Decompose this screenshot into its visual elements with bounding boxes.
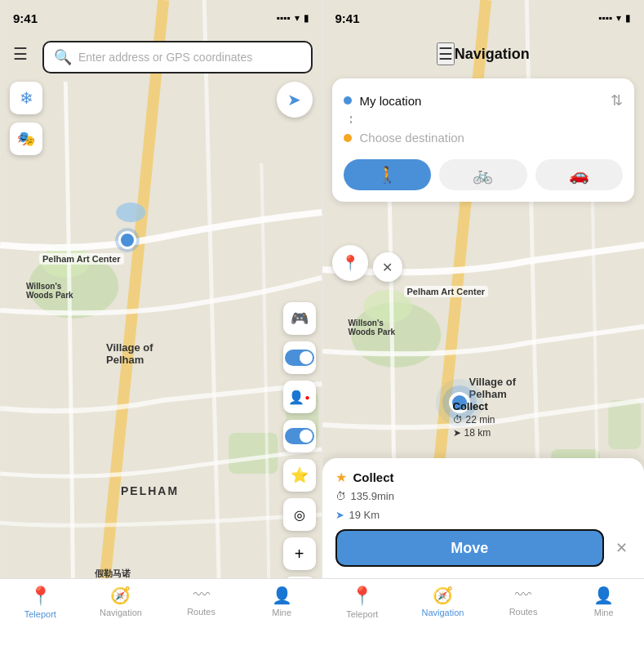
star-button[interactable]: ⭐: [283, 459, 316, 492]
location-icon: 🎭: [17, 130, 35, 148]
svg-rect-3: [229, 433, 278, 474]
collect-time: 22 min: [466, 414, 495, 425]
map-label-pelham: PELHAM: [121, 484, 179, 497]
connector: [347, 116, 624, 126]
hamburger-button-right[interactable]: ☰: [437, 42, 455, 65]
right-controls: 🎮 👤● ⭐ ◎ + −: [283, 302, 316, 609]
battery-icon-right: ▮: [625, 12, 631, 24]
routes-icon-left: 〰: [193, 586, 210, 604]
navigation-icon-right: 🧭: [433, 586, 453, 605]
tab-navigation-left[interactable]: 🧭 Navigation: [81, 586, 162, 617]
compass-button-left[interactable]: ➤: [277, 82, 313, 118]
walk-mode-button[interactable]: 🚶: [344, 159, 432, 190]
map-label-village-right: Village ofPelham: [469, 376, 517, 400]
tab-routes-label-left: Routes: [187, 607, 215, 617]
navigation-icon-left: 🧭: [110, 586, 131, 605]
map-label-willsons: Willson'sWoods Park: [26, 282, 73, 300]
tab-mine-right[interactable]: 👤 Mine: [563, 586, 644, 617]
time-left: 9:41: [13, 11, 38, 25]
card-time: 135.9min: [351, 490, 394, 502]
clock-icon: ⏱: [453, 414, 463, 425]
toggle-2[interactable]: [283, 420, 316, 452]
tab-teleport-label-right: Teleport: [346, 609, 378, 619]
card-time-icon: ⏱: [335, 490, 346, 502]
collect-info: Collect ⏱ 22 min ➤ 18 km: [453, 400, 495, 439]
tab-teleport-left[interactable]: 📍 Teleport: [0, 586, 81, 619]
tab-routes-left[interactable]: 〰 Routes: [161, 586, 242, 617]
zoom-in-button[interactable]: +: [283, 537, 316, 570]
tab-mine-left[interactable]: 👤 Mine: [242, 586, 322, 617]
collect-label: Collect: [453, 400, 495, 412]
signal-icon: ▪▪▪▪: [276, 12, 290, 24]
move-button[interactable]: Move: [335, 529, 605, 567]
bike-mode-button[interactable]: 🚲: [439, 159, 527, 190]
search-bar[interactable]: 🔍 Enter address or GPS coordinates: [42, 41, 313, 74]
pin-icon: 📍: [341, 254, 359, 272]
collect-distance-row: ➤ 18 km: [453, 427, 495, 439]
origin-input[interactable]: My location: [360, 94, 422, 108]
collect-distance: 18 km: [464, 427, 491, 439]
destination-input[interactable]: Choose destination: [360, 131, 464, 145]
close-float-button[interactable]: ✕: [373, 252, 402, 282]
mine-icon-right: 👤: [593, 586, 614, 605]
navigate-icon: ➤: [287, 90, 301, 109]
routes-icon-right: 〰: [515, 586, 531, 604]
target-button[interactable]: ◎: [283, 498, 316, 531]
car-mode-button[interactable]: 🚗: [535, 159, 624, 190]
toggle-1[interactable]: [283, 341, 316, 374]
search-input[interactable]: Enter address or GPS coordinates: [78, 51, 252, 64]
status-icons-left: ▪▪▪▪ ▾ ▮: [276, 12, 309, 24]
freeze-button[interactable]: ❄: [10, 82, 42, 114]
tab-routes-label-right: Routes: [509, 607, 538, 617]
search-icon: 🔍: [54, 48, 72, 66]
status-icons-right: ▪▪▪▪ ▾ ▮: [598, 12, 631, 24]
close-icon-float: ✕: [382, 260, 393, 275]
mode-selector-container: 🚶 🚲 🚗: [344, 156, 624, 194]
location-type-button[interactable]: 🎭: [10, 123, 42, 155]
svg-point-5: [116, 203, 145, 222]
mine-icon-left: 👤: [272, 586, 292, 605]
tab-navigation-label-left: Navigation: [100, 608, 142, 617]
card-collect-label: Collect: [353, 470, 394, 484]
card-star-icon: ★: [335, 470, 347, 485]
svg-rect-0: [0, 0, 322, 646]
status-bar-left: 9:41 ▪▪▪▪ ▾ ▮: [0, 0, 322, 36]
tab-navigation-right[interactable]: 🧭 Navigation: [402, 586, 483, 617]
map-label-willsons-right: Willson'sWoods Park: [349, 319, 396, 336]
destination-row[interactable]: Choose destination: [344, 126, 624, 149]
snowflake-icon: ❄: [20, 88, 33, 108]
battery-icon: ▮: [304, 12, 309, 24]
tab-bar-right: 📍 Teleport 🧭 Navigation 〰 Routes 👤 Mine: [322, 578, 645, 646]
tab-teleport-right[interactable]: 📍 Teleport: [322, 586, 403, 619]
signal-icon-right: ▪▪▪▪: [598, 12, 612, 24]
left-panel: Pelham Art Center Willson'sWoods Park Vi…: [0, 0, 322, 646]
map-label-pelham-art-right: Pelham Art Center: [404, 286, 489, 297]
teleport-icon-left: 📍: [29, 586, 51, 607]
status-bar-right: 9:41 ▪▪▪▪ ▾ ▮: [322, 0, 645, 36]
map-label-village: Village ofPelham: [106, 341, 153, 366]
origin-dot: [344, 96, 352, 105]
gamepad-button[interactable]: 🎮: [283, 302, 316, 335]
tab-routes-right[interactable]: 〰 Routes: [483, 586, 564, 617]
nav-title: Navigation: [455, 46, 530, 63]
pin-float-button[interactable]: 📍: [332, 245, 368, 281]
nav-header: ☰ Navigation: [322, 36, 645, 72]
card-close-button[interactable]: ✕: [612, 539, 631, 557]
bottom-card: ★ Collect ⏱ 135.9min ➤ 19 Km Move ✕: [322, 458, 645, 578]
arrow-icon: ➤: [453, 427, 461, 439]
swap-icon[interactable]: ⇅: [611, 91, 623, 109]
origin-row[interactable]: My location ⇅: [344, 87, 624, 114]
svg-rect-10: [608, 400, 641, 449]
teleport-icon-right: 📍: [351, 586, 373, 607]
tab-mine-label-left: Mine: [272, 608, 291, 617]
avatar-button[interactable]: 👤●: [283, 381, 316, 413]
hamburger-button-left[interactable]: ☰: [13, 44, 28, 64]
tab-teleport-label-left: Teleport: [24, 609, 56, 619]
user-location-dot: [118, 231, 136, 249]
time-right: 9:41: [335, 11, 360, 25]
card-nav-icon: ➤: [335, 509, 344, 521]
tab-bar-left: 📍 Teleport 🧭 Navigation 〰 Routes 👤 Mine: [0, 578, 322, 646]
wifi-icon-right: ▾: [616, 12, 621, 24]
tab-mine-label-right: Mine: [594, 608, 614, 617]
tab-navigation-label-right: Navigation: [421, 608, 464, 617]
